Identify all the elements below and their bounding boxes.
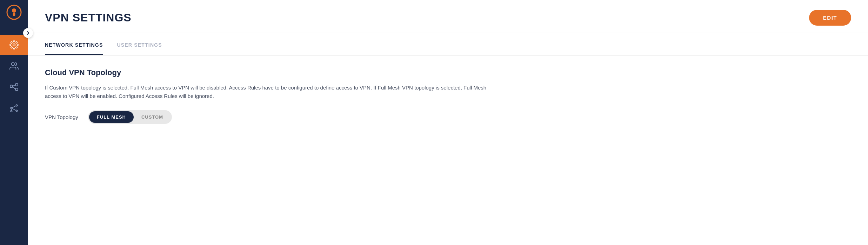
svg-point-3 [13,44,15,46]
page-header: VPN SETTINGS EDIT [28,0,868,33]
connections-icon [9,104,19,113]
svg-point-1 [12,8,16,13]
topology-toggle-group: FULL MESH CUSTOM [88,110,172,124]
page-title: VPN SETTINGS [45,11,132,24]
network-icon [9,82,19,92]
tab-network-settings[interactable]: NETWORK SETTINGS [45,36,103,55]
sidebar-nav [0,35,28,118]
svg-rect-6 [15,84,18,86]
sidebar-item-settings[interactable] [0,35,28,55]
svg-line-13 [12,106,16,108]
svg-line-9 [13,86,16,90]
content-area: Cloud VPN Topology If Custom VPN topolog… [28,55,868,137]
sidebar [0,0,28,245]
users-icon [9,61,19,71]
main-content: VPN SETTINGS EDIT NETWORK SETTINGS USER … [28,0,868,245]
topology-field-row: VPN Topology FULL MESH CUSTOM [45,110,851,124]
app-logo-icon [6,5,22,20]
section-description: If Custom VPN topology is selected, Full… [45,84,501,100]
topology-full-mesh-option[interactable]: FULL MESH [89,111,134,123]
svg-rect-7 [15,88,18,91]
sidebar-item-users[interactable] [0,56,28,76]
sidebar-item-connections[interactable] [0,98,28,118]
tabs-container: NETWORK SETTINGS USER SETTINGS [28,36,868,55]
tab-user-settings[interactable]: USER SETTINGS [117,36,162,55]
svg-line-14 [12,108,16,110]
svg-line-8 [13,85,16,86]
svg-point-16 [11,111,12,112]
sidebar-item-network[interactable] [0,77,28,97]
topology-field-label: VPN Topology [45,114,78,120]
sidebar-logo [0,0,28,25]
topology-custom-option[interactable]: CUSTOM [134,111,171,123]
sidebar-toggle-button[interactable] [23,28,33,38]
svg-point-4 [11,62,14,66]
svg-rect-2 [13,13,15,16]
edit-button[interactable]: EDIT [809,10,851,26]
section-title: Cloud VPN Topology [45,68,851,77]
settings-icon [9,40,19,49]
